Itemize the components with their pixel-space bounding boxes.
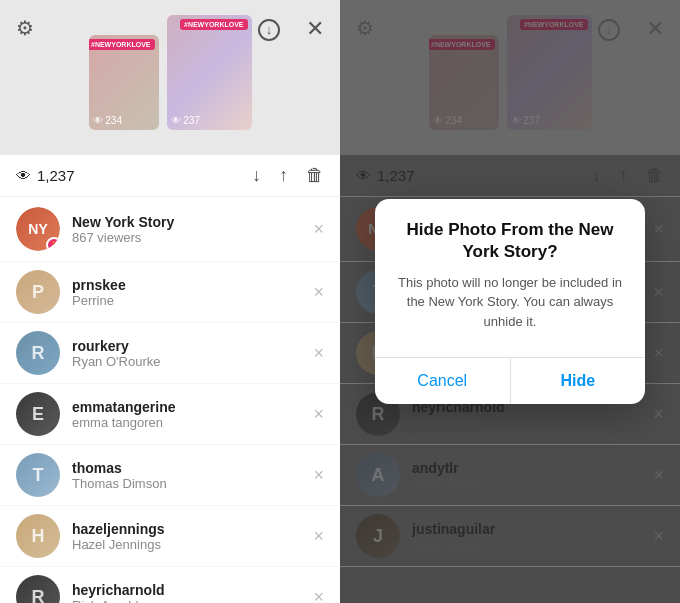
- username-emmatangerine: emmatangerine: [72, 399, 301, 415]
- user-item-hazeljennings[interactable]: H hazeljennings Hazel Jennings ×: [0, 506, 340, 567]
- actions-left: ↓ ↑ 🗑: [252, 165, 324, 186]
- story-preview-left: ⚙ ↓ ✕ #NEWYORKLOVE 👁 234 #NEWYORKLOVE 👁 …: [0, 0, 340, 155]
- user-item-rourkery[interactable]: R rourkery Ryan O'Rourke ×: [0, 323, 340, 384]
- story-viewers-left: 867 viewers: [72, 230, 301, 245]
- user-list-left: NY New York Story 867 viewers × P prnske…: [0, 197, 340, 603]
- close-button-left[interactable]: ✕: [306, 16, 324, 42]
- avatar-prnskee: P: [16, 270, 60, 314]
- realname-prnskee: Perrine: [72, 293, 301, 308]
- info-heyricharnold: heyricharnold Rich Arnold: [72, 582, 301, 604]
- trash-icon-left[interactable]: 🗑: [306, 165, 324, 186]
- user-item-prnskee[interactable]: P prnskee Perrine ×: [0, 262, 340, 323]
- avatar-rourkery: R: [16, 331, 60, 375]
- realname-hazeljennings: Hazel Jennings: [72, 537, 301, 552]
- avatar-hazeljennings: H: [16, 514, 60, 558]
- close-story-left[interactable]: ×: [313, 220, 324, 238]
- realname-thomas: Thomas Dimson: [72, 476, 301, 491]
- close-emmatangerine[interactable]: ×: [313, 405, 324, 423]
- right-panel: ⚙ ↓ ✕ #NEWYORKLOVE 👁 234 #NEWYORKLOVE 👁 …: [340, 0, 680, 603]
- close-hazeljennings[interactable]: ×: [313, 527, 324, 545]
- story-username-left: New York Story: [72, 214, 301, 230]
- avatar-heyricharnold: R: [16, 575, 60, 603]
- close-prnskee[interactable]: ×: [313, 283, 324, 301]
- close-rourkery[interactable]: ×: [313, 344, 324, 362]
- realname-rourkery: Ryan O'Rourke: [72, 354, 301, 369]
- story-card-left-side[interactable]: #NEWYORKLOVE 👁 234: [89, 35, 159, 130]
- dialog-title: Hide Photo From the New York Story?: [395, 219, 625, 263]
- story-card-views-main: 👁 237: [171, 115, 200, 126]
- username-rourkery: rourkery: [72, 338, 301, 354]
- view-count-left: 👁 1,237: [16, 167, 252, 184]
- story-header-item-left[interactable]: NY New York Story 867 viewers ×: [0, 197, 340, 262]
- realname-heyricharnold: Rich Arnold: [72, 598, 301, 604]
- username-thomas: thomas: [72, 460, 301, 476]
- story-card-views: 👁 234: [93, 115, 122, 126]
- eye-icon-left: 👁: [16, 167, 31, 184]
- user-item-heyricharnold[interactable]: R heyricharnold Rich Arnold ×: [0, 567, 340, 603]
- hide-photo-dialog: Hide Photo From the New York Story? This…: [375, 199, 645, 405]
- close-heyricharnold[interactable]: ×: [313, 588, 324, 603]
- download-circle-button-left[interactable]: ↓: [258, 16, 280, 41]
- story-info-left: New York Story 867 viewers: [72, 214, 301, 245]
- dialog-content: Hide Photo From the New York Story? This…: [375, 199, 645, 358]
- view-number-left: 1,237: [37, 167, 75, 184]
- dialog-buttons: Cancel Hide: [375, 357, 645, 404]
- avatar-emmatangerine: E: [16, 392, 60, 436]
- username-hazeljennings: hazeljennings: [72, 521, 301, 537]
- download-icon-left[interactable]: ↓: [252, 165, 261, 186]
- location-badge-left: [46, 237, 60, 251]
- info-thomas: thomas Thomas Dimson: [72, 460, 301, 491]
- story-avatar-left: NY: [16, 207, 60, 251]
- cancel-button[interactable]: Cancel: [375, 358, 511, 404]
- dialog-overlay: Hide Photo From the New York Story? This…: [340, 0, 680, 603]
- story-card-badge-main: #NEWYORKLOVE: [180, 19, 248, 30]
- left-panel: ⚙ ↓ ✕ #NEWYORKLOVE 👁 234 #NEWYORKLOVE 👁 …: [0, 0, 340, 603]
- user-item-thomas[interactable]: T thomas Thomas Dimson ×: [0, 445, 340, 506]
- dialog-message: This photo will no longer be included in…: [395, 273, 625, 332]
- realname-emmatangerine: emma tangoren: [72, 415, 301, 430]
- close-thomas[interactable]: ×: [313, 466, 324, 484]
- info-hazeljennings: hazeljennings Hazel Jennings: [72, 521, 301, 552]
- username-heyricharnold: heyricharnold: [72, 582, 301, 598]
- info-emmatangerine: emmatangerine emma tangoren: [72, 399, 301, 430]
- share-icon-left[interactable]: ↑: [279, 165, 288, 186]
- gear-button-left[interactable]: ⚙: [16, 16, 34, 40]
- story-card-left-main[interactable]: #NEWYORKLOVE 👁 237: [167, 15, 252, 130]
- info-prnskee: prnskee Perrine: [72, 277, 301, 308]
- story-cards-left: #NEWYORKLOVE 👁 234 #NEWYORKLOVE 👁 237: [89, 15, 252, 140]
- user-item-emmatangerine[interactable]: E emmatangerine emma tangoren ×: [0, 384, 340, 445]
- story-card-badge: #NEWYORKLOVE: [89, 39, 155, 50]
- hide-button[interactable]: Hide: [511, 358, 646, 404]
- stats-bar-left: 👁 1,237 ↓ ↑ 🗑: [0, 155, 340, 197]
- avatar-thomas: T: [16, 453, 60, 497]
- info-rourkery: rourkery Ryan O'Rourke: [72, 338, 301, 369]
- username-prnskee: prnskee: [72, 277, 301, 293]
